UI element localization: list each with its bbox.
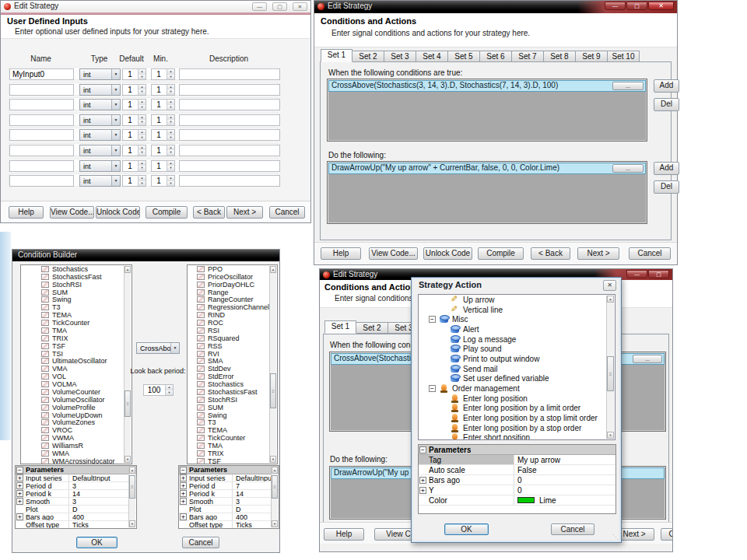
tree-item-enter-long-position-by-a-stop-limit-order[interactable]: Enter long position by a stop limit orde… <box>419 413 615 423</box>
stepper-down-icon[interactable]: ▼ <box>139 120 146 125</box>
description-input[interactable] <box>179 68 280 80</box>
type-dropdown[interactable]: int▼ <box>79 129 121 141</box>
compile-button[interactable]: Compile <box>478 247 524 260</box>
indicator-item-tma[interactable]: TMA <box>21 327 132 334</box>
right-indicator-list[interactable]: PPOPriceOscillatorPriorDayOHLCRangeRange… <box>187 264 278 464</box>
action-item[interactable]: DrawArrowUp("My up arrow" + CurrentBar, … <box>328 163 646 174</box>
next-button[interactable]: Next > <box>577 247 619 260</box>
stepper-arrows[interactable]: ▲▼ <box>167 161 174 171</box>
indicator-item-stderror[interactable]: StdError <box>188 373 277 380</box>
expand-icon[interactable]: + <box>16 490 23 497</box>
scroll-down-icon[interactable]: ▼ <box>607 432 614 439</box>
ok-button[interactable]: OK <box>444 523 489 535</box>
scroll-up-icon[interactable]: ▲ <box>129 467 135 474</box>
expand-icon[interactable]: + <box>16 482 23 489</box>
cancel-button[interactable]: Cancel <box>551 523 594 535</box>
scroll-up-icon[interactable]: ▲ <box>124 266 131 273</box>
tree-item-vertical-line[interactable]: Vertical line <box>419 305 615 315</box>
help-button[interactable]: Help <box>324 528 364 541</box>
default-stepper[interactable]: 1▲▼ <box>122 175 146 187</box>
default-stepper[interactable]: 1▲▼ <box>122 99 146 110</box>
stepper-arrows[interactable]: ▲▼ <box>138 161 146 171</box>
tab-set-7[interactable]: Set 7 <box>512 51 544 62</box>
scrollbar-thumb[interactable]: ≡ <box>272 475 278 499</box>
stepper-down-icon[interactable]: ▼ <box>167 166 174 171</box>
stepper-arrows[interactable]: ▲▼ <box>167 145 174 156</box>
description-input[interactable] <box>179 175 280 187</box>
indicator-item-tsi[interactable]: TSI <box>21 350 132 358</box>
indicator-item-volumeprofile[interactable]: VolumeProfile <box>21 404 132 411</box>
indicator-item-t3[interactable]: T3 <box>188 419 277 427</box>
expand-icon[interactable]: + <box>180 490 187 497</box>
help-button[interactable]: Help <box>321 247 361 260</box>
param-value[interactable]: False <box>514 465 615 474</box>
stepper-down-icon[interactable]: ▼ <box>166 390 173 396</box>
vertical-scrollbar[interactable]: ▲▼≡ <box>606 296 614 439</box>
scrollbar-thumb[interactable]: ≡ <box>124 390 131 417</box>
name-input[interactable]: MyInput0 <box>9 68 74 80</box>
operator-dropdown[interactable]: CrossAbove ▼ <box>136 342 180 354</box>
name-input[interactable] <box>9 175 74 187</box>
description-input[interactable] <box>179 99 280 110</box>
scrollbar-thumb[interactable]: ≡ <box>129 475 135 499</box>
back-button[interactable]: < Back <box>531 247 570 260</box>
stepper-arrows[interactable]: ▲▼ <box>167 176 174 186</box>
expand-icon[interactable]: + <box>419 487 426 494</box>
stepper-down-icon[interactable]: ▼ <box>139 181 146 187</box>
indicator-item-tsf[interactable]: TSF <box>188 457 277 464</box>
action-browse-button[interactable]: ... <box>612 164 644 173</box>
param-value[interactable]: Lime <box>514 495 615 505</box>
indicator-item-stochastics[interactable]: Stochastics <box>21 265 132 273</box>
stepper-down-icon[interactable]: ▼ <box>139 89 146 95</box>
minimize-icon[interactable]: — <box>252 2 267 11</box>
indicator-item-stddev[interactable]: StdDev <box>188 365 277 373</box>
tree-item-order-management[interactable]: −Order management <box>419 383 615 394</box>
stepper-down-icon[interactable]: ▼ <box>167 89 174 95</box>
indicator-item-rind[interactable]: RIND <box>188 311 277 319</box>
stepper-arrows[interactable]: ▲▼ <box>138 85 146 95</box>
expand-icon[interactable]: + <box>180 482 187 489</box>
titlebar[interactable]: Condition Builder <box>12 250 279 261</box>
indicator-item-vma[interactable]: VMA <box>21 365 132 373</box>
collapse-icon[interactable]: − <box>429 385 436 392</box>
expand-icon[interactable]: + <box>16 513 23 520</box>
indicator-item-tickcounter[interactable]: TickCounter <box>21 319 132 327</box>
indicator-item-stochrsi[interactable]: StochRSI <box>188 396 277 404</box>
indicator-item-wmacrossindocator[interactable]: WMAcrossindocator <box>21 457 132 464</box>
indicator-item-priordayohlc[interactable]: PriorDayOHLC <box>188 281 277 289</box>
tree-item-log-a-message[interactable]: Log a message <box>419 334 615 345</box>
indicator-item-volma[interactable]: VOLMA <box>21 380 132 388</box>
param-value[interactable]: D <box>68 506 136 513</box>
indicator-item-priceoscillator[interactable]: PriceOscillator <box>188 273 277 281</box>
tab-set-3[interactable]: Set 3 <box>384 51 416 62</box>
tree-item-enter-long-position-by-a-limit-order[interactable]: Enter long position by a limit order <box>419 404 615 414</box>
stepper-arrows[interactable]: ▲▼ <box>138 115 146 125</box>
indicator-item-vroc[interactable]: VROC <box>21 426 132 434</box>
stepper-down-icon[interactable]: ▼ <box>167 181 174 187</box>
indicator-item-volumeupdown[interactable]: VolumeUpDown <box>21 411 132 419</box>
param-value[interactable]: 3 <box>68 482 136 489</box>
vertical-scrollbar[interactable]: ▲▼≡ <box>271 467 278 527</box>
next-button[interactable]: Next > <box>226 206 263 219</box>
indicator-item-tickcounter[interactable]: TickCounter <box>188 434 277 442</box>
stepper-arrows[interactable]: ▲▼ <box>167 100 174 110</box>
stepper-arrows[interactable]: ▲▼ <box>165 385 173 395</box>
param-value[interactable]: 0 <box>514 485 615 495</box>
indicator-item-wma[interactable]: WMA <box>21 450 132 457</box>
indicator-item-range[interactable]: Range <box>188 289 277 296</box>
stepper-down-icon[interactable]: ▼ <box>167 105 174 110</box>
tab-set-4[interactable]: Set 4 <box>416 51 448 62</box>
indicator-item-tema[interactable]: TEMA <box>188 426 277 434</box>
view-code-button[interactable]: View Code... <box>50 206 94 219</box>
expand-icon[interactable]: + <box>180 498 187 505</box>
stepper-arrows[interactable]: ▲▼ <box>167 130 174 140</box>
tree-item-print-to-output-window[interactable]: Print to output window <box>419 354 615 364</box>
indicator-item-volumeoscillator[interactable]: VolumeOscillator <box>21 396 132 404</box>
min-stepper[interactable]: 1▲▼ <box>151 84 175 96</box>
stepper-down-icon[interactable]: ▼ <box>167 135 174 141</box>
name-input[interactable] <box>9 99 74 110</box>
tab-set-8[interactable]: Set 8 <box>544 51 576 62</box>
maximize-icon[interactable]: ▢ <box>648 270 669 278</box>
indicator-item-vwma[interactable]: VWMA <box>21 434 132 442</box>
compile-button[interactable]: Compile <box>146 206 188 219</box>
